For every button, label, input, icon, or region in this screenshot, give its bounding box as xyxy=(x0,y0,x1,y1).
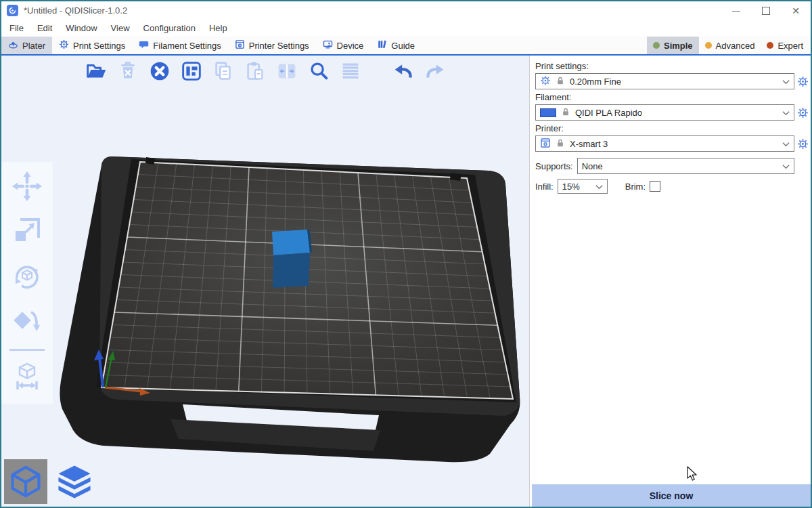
tab-label: Print Settings xyxy=(73,41,125,51)
menu-help[interactable]: Help xyxy=(202,21,234,35)
supports-value: None xyxy=(582,161,603,171)
lock-icon xyxy=(561,107,570,119)
tab-device[interactable]: Device xyxy=(316,37,371,54)
split-icon[interactable] xyxy=(273,58,300,85)
edit-filament-button[interactable] xyxy=(794,107,811,119)
arrange-icon[interactable] xyxy=(178,58,205,85)
model-cube-top xyxy=(272,230,310,255)
menu-file[interactable]: File xyxy=(3,21,30,35)
place-on-face-tool-icon[interactable] xyxy=(11,304,43,339)
printer-icon xyxy=(235,39,245,51)
tab-printer-settings[interactable]: Printer Settings xyxy=(228,37,316,54)
settings-panel: Print settings: xyxy=(529,56,811,507)
copy-icon[interactable] xyxy=(210,58,237,85)
tab-guide[interactable]: Guide xyxy=(370,37,422,54)
delete-icon[interactable] xyxy=(114,58,141,85)
mode-expert[interactable]: Expert xyxy=(761,37,809,54)
left-toolbar xyxy=(1,162,53,404)
move-tool-icon[interactable] xyxy=(11,170,43,205)
menu-bar: File Edit Window View Configuration Help xyxy=(1,20,811,37)
infill-select[interactable]: 15% xyxy=(558,179,608,194)
mode-simple[interactable]: Simple xyxy=(647,37,699,54)
chevron-down-icon xyxy=(782,108,790,118)
edit-print-settings-button[interactable] xyxy=(794,76,811,87)
supports-select[interactable]: None xyxy=(577,158,794,174)
menu-configuration[interactable]: Configuration xyxy=(137,21,202,35)
rotate-tool-icon[interactable] xyxy=(11,259,43,295)
search-icon[interactable] xyxy=(305,58,332,85)
delete-all-icon[interactable] xyxy=(146,58,173,85)
close-button[interactable]: ✕ xyxy=(781,1,811,20)
print-settings-value: 0.20mm Fine xyxy=(570,77,621,87)
open-folder-icon[interactable] xyxy=(83,58,110,85)
menu-view[interactable]: View xyxy=(104,21,137,35)
editor-3d-view-icon[interactable] xyxy=(4,459,47,504)
window-title: *Untitled - QIDISlicer-1.0.2 xyxy=(24,5,127,16)
supports-label: Supports: xyxy=(535,161,573,171)
printer-label: Printer: xyxy=(535,123,811,133)
tab-label: Filament Settings xyxy=(153,41,221,51)
brim-checkbox[interactable] xyxy=(650,181,660,192)
tab-bar: Plater Print Settings xyxy=(1,37,811,56)
chevron-down-icon xyxy=(595,182,603,192)
tab-plater[interactable]: Plater xyxy=(1,37,52,54)
print-settings-select[interactable]: 0.20mm Fine xyxy=(535,73,794,89)
filament-icon xyxy=(139,39,149,51)
chevron-down-icon xyxy=(782,77,790,87)
model-cube-front xyxy=(273,253,310,288)
undo-icon[interactable] xyxy=(390,58,417,85)
app-logo-icon xyxy=(7,5,18,16)
tab-label: Plater xyxy=(22,41,45,51)
expert-dot-icon xyxy=(767,42,773,49)
brim-label: Brim: xyxy=(625,182,646,192)
lock-icon xyxy=(556,138,565,150)
printer-select[interactable]: X-smart 3 xyxy=(535,135,794,152)
mode-label: Expert xyxy=(777,41,803,51)
tab-print-settings[interactable]: Print Settings xyxy=(52,37,132,54)
chevron-down-icon xyxy=(782,139,790,149)
gear-icon xyxy=(59,39,69,51)
scale-tool-icon[interactable] xyxy=(11,215,43,250)
window-controls: ✕ xyxy=(721,1,811,20)
filament-label: Filament: xyxy=(535,92,811,102)
infill-value: 15% xyxy=(562,182,580,192)
printer-value: X-smart 3 xyxy=(570,139,608,149)
top-toolbar xyxy=(1,58,529,85)
mode-label: Advanced xyxy=(716,41,755,51)
books-icon xyxy=(377,39,387,51)
measure-tool-icon[interactable] xyxy=(11,360,43,396)
minimize-button[interactable] xyxy=(721,1,751,20)
tab-label: Printer Settings xyxy=(249,41,309,51)
app-window: *Untitled - QIDISlicer-1.0.2 ✕ File Edit… xyxy=(0,0,812,508)
filament-value: QIDI PLA Rapido xyxy=(575,108,642,118)
model-cube[interactable] xyxy=(272,230,312,288)
tab-filament-settings[interactable]: Filament Settings xyxy=(132,37,227,54)
menu-edit[interactable]: Edit xyxy=(30,21,59,35)
slice-now-button[interactable]: Slice now xyxy=(532,484,811,507)
mode-advanced[interactable]: Advanced xyxy=(699,37,761,54)
title-bar: *Untitled - QIDISlicer-1.0.2 ✕ xyxy=(1,1,811,20)
print-settings-label: Print settings: xyxy=(535,61,811,71)
device-monitor-icon xyxy=(323,39,333,51)
mode-label: Simple xyxy=(664,41,693,51)
gear-icon xyxy=(540,75,551,88)
filament-select[interactable]: QIDI PLA Rapido xyxy=(535,104,794,121)
tab-label: Guide xyxy=(391,41,415,51)
menu-window[interactable]: Window xyxy=(59,21,104,35)
paste-icon[interactable] xyxy=(242,58,269,85)
infill-label: Infill: xyxy=(535,182,554,192)
printer-icon xyxy=(540,137,551,150)
simple-dot-icon xyxy=(653,42,660,49)
maximize-button[interactable] xyxy=(751,1,781,20)
plater-icon xyxy=(8,39,18,51)
toolbar-separator xyxy=(9,349,45,351)
viewport-3d[interactable] xyxy=(1,56,529,507)
redo-icon[interactable] xyxy=(422,58,449,85)
filament-color-swatch xyxy=(540,108,556,117)
variable-layer-height-icon[interactable] xyxy=(337,58,364,85)
main-area: Print settings: xyxy=(1,56,811,507)
advanced-dot-icon xyxy=(705,42,712,49)
view-toggle xyxy=(4,459,96,504)
preview-layers-view-icon[interactable] xyxy=(53,459,96,504)
edit-printer-button[interactable] xyxy=(794,138,811,150)
